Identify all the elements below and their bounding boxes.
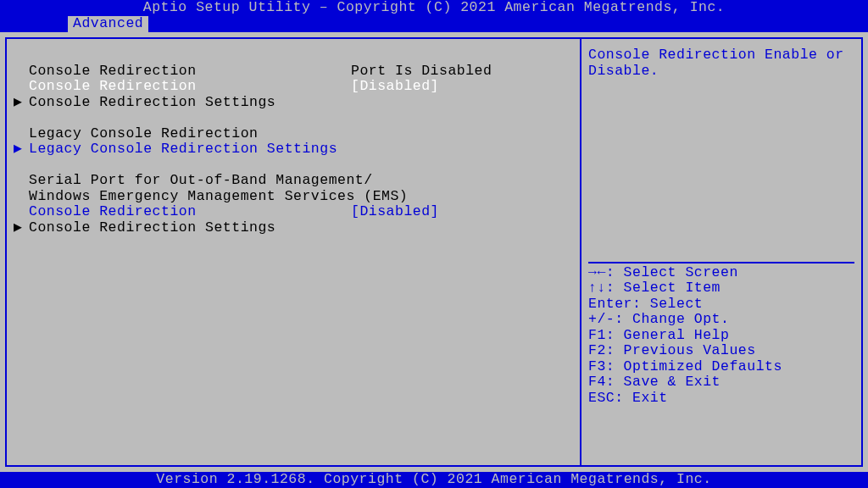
title-bar: Aptio Setup Utility – Copyright (C) 2021… [0, 0, 868, 16]
key-esc: ESC: Exit [588, 391, 854, 407]
submenu-arrow-icon: ▶ [12, 95, 29, 111]
tab-strip: Advanced [0, 16, 868, 32]
work-area: Console Redirection Port Is Disabled Con… [0, 32, 868, 472]
item-label: Console Redirection [29, 79, 351, 95]
help-divider [588, 262, 854, 263]
key-f1: F1: General Help [588, 328, 854, 344]
footer-bar: Version 2.19.1268. Copyright (C) 2021 Am… [0, 472, 868, 488]
help-description: Console Redirection Enable or Disable. [588, 47, 854, 79]
item-label: Console Redirection [29, 204, 351, 220]
blank-row [12, 47, 575, 64]
key-change-opt: +/-: Change Opt. [588, 312, 854, 328]
blank-row [12, 110, 575, 126]
item-value: Port Is Disabled [351, 64, 492, 80]
item-label: Console Redirection [29, 64, 351, 80]
key-f3: F3: Optimized Defaults [588, 359, 854, 375]
title-text: Aptio Setup Utility – Copyright (C) 2021… [143, 0, 726, 15]
ems-console-redirection-settings[interactable]: ▶ Console Redirection Settings [12, 220, 575, 236]
submenu-arrow-icon: ▶ [12, 220, 29, 236]
item-value: [Disabled] [351, 204, 439, 220]
item-label: Serial Port for Out-of-Band Management/ [29, 173, 373, 189]
legacy-console-redirection-settings[interactable]: ▶ Legacy Console Redirection Settings [12, 141, 575, 158]
submenu-arrow-icon: ▶ [12, 141, 29, 158]
key-f2: F2: Previous Values [588, 343, 854, 359]
item-value: [Disabled] [351, 79, 439, 95]
tab-advanced[interactable]: Advanced [68, 16, 148, 32]
item-label: Console Redirection Settings [29, 220, 351, 236]
item-label: Console Redirection Settings [29, 95, 351, 111]
help-panel: Console Redirection Enable or Disable. →… [580, 37, 863, 467]
item-label: Legacy Console Redirection [29, 126, 351, 142]
console-redirection-settings[interactable]: ▶ Console Redirection Settings [12, 95, 575, 111]
item-label: Legacy Console Redirection Settings [29, 141, 351, 158]
key-f4: F4: Save & Exit [588, 374, 854, 391]
console-redirection-toggle[interactable]: Console Redirection [Disabled] [12, 79, 575, 95]
settings-panel: Console Redirection Port Is Disabled Con… [5, 37, 580, 467]
ems-console-redirection-toggle[interactable]: Console Redirection [Disabled] [12, 204, 575, 220]
serial-port-header-2: Windows Emergency Management Services (E… [12, 189, 575, 205]
key-legend: →←: Select Screen ↑↓: Select Item Enter:… [588, 265, 854, 407]
item-label: Windows Emergency Management Services (E… [29, 189, 408, 205]
console-redirection-status: Console Redirection Port Is Disabled [12, 64, 575, 80]
serial-port-header-1: Serial Port for Out-of-Band Management/ [12, 173, 575, 189]
footer-text: Version 2.19.1268. Copyright (C) 2021 Am… [156, 471, 711, 487]
key-select-screen: →←: Select Screen [588, 265, 854, 281]
legacy-console-redirection-header: Legacy Console Redirection [12, 126, 575, 142]
key-select-item: ↑↓: Select Item [588, 280, 854, 297]
blank-row [12, 158, 575, 174]
key-enter: Enter: Select [588, 297, 854, 313]
